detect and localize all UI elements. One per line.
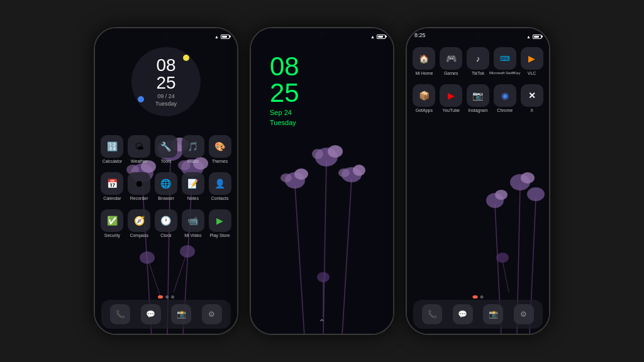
- app-swiftkey[interactable]: ⌨Microsoft SwiftKey: [493, 47, 517, 75]
- status-time-3: 8:25: [414, 32, 426, 38]
- signal-icon-1: ▲: [214, 35, 219, 39]
- phone-1: ▲ 08 25 09 / 24 Tuesday 🔢Calculator 🌤Wea…: [94, 27, 238, 335]
- app-instagram[interactable]: 📷Instagram: [466, 84, 490, 112]
- app-notes[interactable]: 📝Notes: [181, 172, 205, 200]
- page-dot-3-active: [473, 295, 478, 299]
- app-grid-1: 🔢Calculator 🌤Weather 🔧Tools 🎵Music 🎨Them…: [95, 135, 237, 246]
- phone-2-screen: ▲ 08 25 Sep 24 Tuesday ⌃: [251, 28, 393, 334]
- clock-min-2: 25: [270, 80, 299, 106]
- clock-day-1: Tuesday: [155, 101, 177, 107]
- dock-phone[interactable]: 📞: [110, 304, 130, 324]
- page-dots-1: [158, 295, 174, 299]
- dock-settings[interactable]: ⚙: [202, 304, 222, 324]
- app-row-1-1: 🔢Calculator 🌤Weather 🔧Tools 🎵Music 🎨Them…: [99, 135, 233, 163]
- dock-camera[interactable]: 📸: [171, 304, 191, 324]
- app-grid-3: 🏠Mi Home 🎮Games ♪TikTok ⌨Microsoft Swift…: [407, 47, 549, 121]
- clock-dot-yellow: [183, 55, 189, 61]
- app-browser[interactable]: 🌐Browser: [154, 172, 178, 200]
- phone-2: ▲ 08 25 Sep 24 Tuesday ⌃: [250, 27, 394, 335]
- battery-icon-2: [377, 35, 386, 39]
- svg-point-41: [527, 187, 545, 201]
- app-vlc[interactable]: ▶VLC: [520, 47, 544, 75]
- battery-icon-3: [533, 35, 541, 39]
- app-calendar[interactable]: 📅Calendar: [100, 172, 124, 200]
- svg-point-15: [140, 251, 155, 264]
- dock-messages[interactable]: 💬: [141, 304, 161, 324]
- camera-cutout-1: [162, 31, 170, 39]
- app-getapps[interactable]: 📦GetApps: [412, 84, 436, 112]
- app-row-3-2: 📦GetApps ▶YouTube 📷Instagram ◉Chrome ✕X: [411, 84, 545, 112]
- app-contacts[interactable]: 👤Contacts: [208, 172, 232, 200]
- app-clock[interactable]: 🕐Clock: [154, 209, 178, 238]
- app-youtube[interactable]: ▶YouTube: [439, 84, 463, 112]
- app-chrome[interactable]: ◉Chrome: [493, 84, 517, 112]
- svg-point-23: [294, 168, 308, 180]
- clock-monthday-2: Sep 24: [270, 109, 299, 116]
- status-icons-3: ▲: [526, 35, 541, 39]
- svg-point-31: [317, 272, 330, 282]
- app-x[interactable]: ✕X: [520, 84, 544, 112]
- dock-camera-3[interactable]: 📸: [483, 304, 503, 324]
- svg-point-24: [280, 173, 292, 182]
- clock-minutes-1: 25: [156, 74, 175, 92]
- clock-circle-1: 08 25 09 / 24 Tuesday: [131, 47, 201, 116]
- app-row-3-1: 🏠Mi Home 🎮Games ♪TikTok ⌨Microsoft Swift…: [411, 47, 545, 75]
- signal-icon-2: ▲: [370, 35, 375, 39]
- page-dot-2: [165, 295, 169, 299]
- svg-point-38: [495, 190, 508, 200]
- page-dots-3: [473, 295, 484, 299]
- clock-dot-blue: [138, 96, 144, 102]
- svg-point-29: [353, 165, 365, 176]
- status-icons-1: ▲: [214, 35, 230, 39]
- clock-date-1: 09 / 24: [157, 93, 175, 99]
- svg-point-16: [180, 245, 195, 258]
- app-mivideo[interactable]: 📹Mi Video: [181, 209, 205, 238]
- camera-cutout-3: [474, 31, 482, 39]
- app-tiktok[interactable]: ♪TikTok: [466, 47, 490, 75]
- clock-simple-2: 08 25 Sep 24 Tuesday: [270, 53, 299, 126]
- page-dot-3: [171, 295, 174, 299]
- status-icons-2: ▲: [370, 35, 386, 39]
- camera-cutout-2: [318, 31, 326, 39]
- dock-phone-3[interactable]: 📞: [422, 304, 442, 324]
- app-games[interactable]: 🎮Games: [439, 47, 463, 75]
- svg-point-40: [521, 172, 535, 184]
- phone-1-screen: ▲ 08 25 09 / 24 Tuesday 🔢Calculator 🌤Wea…: [95, 28, 237, 334]
- clock-widget-1: 08 25 09 / 24 Tuesday: [131, 47, 201, 116]
- swipe-handle-2[interactable]: ⌃: [318, 317, 326, 327]
- app-playstore[interactable]: ▶Play Store: [208, 209, 232, 238]
- svg-point-30: [338, 168, 350, 177]
- page-dot-3-2: [480, 295, 484, 299]
- app-music[interactable]: 🎵Music: [181, 135, 205, 163]
- dock-messages-3[interactable]: 💬: [453, 304, 473, 324]
- app-weather[interactable]: 🌤Weather: [127, 135, 151, 163]
- app-mihome[interactable]: 🏠Mi Home: [412, 47, 436, 75]
- clock-hours-1: 08: [156, 57, 175, 74]
- app-row-1-2: 📅Calendar ⏺Recorder 🌐Browser 📝Notes 👤Con…: [99, 172, 233, 200]
- app-recorder[interactable]: ⏺Recorder: [127, 172, 151, 200]
- clock-hour-2: 08: [270, 53, 299, 80]
- clock-weekday-2: Tuesday: [270, 119, 299, 126]
- svg-point-27: [312, 149, 323, 159]
- app-compass[interactable]: 🧭Compass: [127, 209, 151, 238]
- svg-point-26: [328, 145, 343, 158]
- app-tools[interactable]: 🔧Tools: [154, 135, 178, 163]
- battery-icon-1: [221, 35, 230, 39]
- app-themes[interactable]: 🎨Themes: [208, 135, 232, 163]
- signal-icon-3: ▲: [526, 35, 531, 39]
- page-dot-active: [158, 295, 163, 299]
- dock-1: 📞 💬 📸 ⚙: [101, 300, 231, 329]
- app-row-1-3: ✅Security 🧭Compass 🕐Clock 📹Mi Video ▶Pla…: [99, 209, 233, 238]
- phone-3-screen: 8:25 ▲ 🏠Mi Home 🎮Games ♪TikTok ⌨Microsof…: [407, 28, 549, 334]
- app-calculator[interactable]: 🔢Calculator: [100, 135, 124, 163]
- app-security[interactable]: ✅Security: [100, 209, 124, 238]
- dock-3: 📞 💬 📸 ⚙: [413, 300, 543, 329]
- svg-point-42: [496, 253, 509, 263]
- dock-settings-3[interactable]: ⚙: [514, 304, 534, 324]
- phone-3: 8:25 ▲ 🏠Mi Home 🎮Games ♪TikTok ⌨Microsof…: [406, 27, 550, 335]
